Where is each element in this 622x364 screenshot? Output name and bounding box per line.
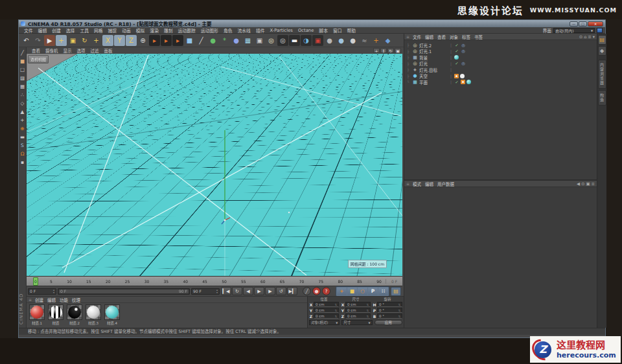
coord-size-dropdown[interactable]: 尺寸▼ [341, 320, 372, 325]
object-manager-menu-item[interactable]: 文件 [411, 34, 423, 40]
object-name[interactable]: 灯光 [419, 60, 448, 67]
toolbar-icon[interactable]: ↶ [21, 35, 32, 46]
menu-item[interactable]: 插件 [253, 27, 268, 34]
visibility-dots-icon[interactable]: ⋮ [449, 55, 453, 60]
menu-item[interactable]: X-Particles [267, 28, 295, 33]
menu-item[interactable]: 选择 [63, 27, 78, 34]
toolbar-icon[interactable]: ▦ [242, 35, 253, 46]
scale-x-field[interactable]: 0 cm⇅ [345, 302, 371, 307]
toolbar-icon[interactable]: ● [231, 35, 242, 46]
toolbar-icon[interactable]: ▣ [312, 35, 323, 46]
visibility-dots-icon[interactable]: ⋮ [449, 67, 453, 72]
menu-item[interactable]: 运动跟踪 [176, 27, 198, 34]
keyframe-toggle[interactable]: P [368, 288, 378, 295]
transport-button[interactable]: ◀ [243, 287, 253, 295]
viewport[interactable]: 透视视图 网格间距 : 100 cm [27, 54, 402, 276]
toolbar-icon[interactable]: ▣ [67, 35, 78, 46]
object-manager-tool-icon[interactable]: ⌂ [584, 34, 586, 40]
toolbar-icon[interactable]: ▬ [289, 35, 300, 46]
object-row[interactable]: ├ 灯光.目标 ⋮ [407, 67, 597, 73]
apply-button[interactable]: 应用 [374, 320, 402, 325]
menu-item[interactable]: 网格 [91, 27, 106, 34]
rotation-p-field[interactable]: 0 °⇅ [377, 308, 402, 313]
compositing-tag-icon[interactable] [461, 80, 465, 84]
toolbar-icon[interactable]: ⊕ [137, 35, 148, 46]
object-row[interactable]: └ 平面 ⋮ [407, 79, 597, 85]
object-manager-tool-icon[interactable]: ≡ [588, 34, 591, 40]
object-name[interactable]: 天空 [419, 73, 448, 79]
left-tool-icon[interactable]: ⊕ [19, 124, 26, 132]
toolbar-icon[interactable]: + [371, 35, 382, 46]
rotation-b-field[interactable]: 0 °⇅ [377, 313, 402, 319]
toolbar-icon[interactable]: + [56, 35, 67, 46]
keyframe-toggle[interactable]: ∷ [378, 288, 388, 295]
viewport-nav-icon[interactable]: ▣ [395, 48, 401, 53]
toolbar-icon[interactable]: ● [324, 35, 335, 46]
visibility-dots-icon[interactable]: ⋮ [449, 49, 453, 54]
toolbar-icon[interactable]: + [91, 35, 102, 46]
object-name[interactable]: 灯光.目标 [419, 67, 448, 73]
viewport-nav-icon[interactable]: ↕ [380, 48, 387, 53]
toolbar-icon[interactable]: ≈ [359, 35, 370, 46]
enable-check-icon[interactable] [454, 43, 459, 48]
dock-icon-tab[interactable]: ◆ [598, 46, 606, 56]
material-menu-item[interactable]: 功能 [58, 297, 70, 303]
coord-object-dropdown[interactable]: 对象(相对)▼ [309, 320, 340, 325]
menu-item[interactable]: Octane [295, 28, 316, 33]
toolbar-icon[interactable]: ● [336, 35, 347, 46]
material-swatch[interactable]: 材质 [47, 304, 64, 326]
toolbar-icon[interactable]: Y [114, 35, 125, 46]
toolbar-icon[interactable]: ● [207, 35, 218, 46]
toolbar-icon[interactable]: ◑ [301, 35, 312, 46]
transport-button[interactable]: ↻ [232, 287, 242, 295]
target-tag-icon[interactable] [461, 61, 466, 66]
record-button[interactable]: ? [322, 287, 330, 295]
toolbar-icon[interactable]: ◆ [382, 35, 393, 46]
left-tool-icon[interactable]: ▨ [19, 74, 26, 82]
menu-item[interactable]: 运动图形 [198, 27, 221, 34]
toolbar-icon[interactable]: ╱ [196, 35, 207, 46]
keyframe-toggle[interactable]: + [337, 288, 347, 295]
left-tool-icon[interactable]: ◇ [19, 99, 26, 107]
material-preview-sphere[interactable] [104, 304, 120, 320]
toolbar-icon[interactable]: Z [126, 35, 137, 46]
toolbar-icon[interactable]: ◎ [266, 35, 277, 46]
menu-item[interactable]: 动画 [119, 27, 133, 34]
toolbar-icon[interactable]: ● [347, 35, 358, 46]
attribute-manager-menu-item[interactable]: 编辑 [423, 181, 435, 187]
menu-item[interactable]: 窗口 [330, 27, 345, 34]
left-tool-icon[interactable]: ▦ [19, 82, 26, 90]
dock-text-tab[interactable]: 内容浏览器 [598, 60, 606, 89]
record-button[interactable]: ╱ [303, 287, 311, 295]
object-name[interactable]: 灯光.2 [419, 42, 448, 49]
panel-grip-icon[interactable]: ≡ [406, 34, 409, 39]
menu-item[interactable]: 渲染 [147, 27, 161, 34]
toolbar-icon[interactable]: ▣ [254, 35, 265, 46]
material-swatch[interactable]: 材质.2 [66, 304, 83, 326]
menu-item[interactable]: 捕捉 [106, 27, 120, 34]
stepper-arrows-icon[interactable]: ▴▾ [216, 289, 218, 294]
view-label[interactable]: 透视视图 [28, 55, 49, 63]
visibility-dots-icon[interactable]: ⋮ [449, 74, 453, 78]
target-tag-icon[interactable] [461, 49, 466, 54]
visibility-dots-icon[interactable]: ⋮ [449, 80, 453, 84]
toolbar-icon[interactable]: ■ [184, 35, 195, 46]
compositing-tag-icon[interactable] [454, 74, 459, 78]
visibility-dots-icon[interactable]: ⋮ [449, 43, 453, 47]
object-manager-menu-item[interactable]: 标签 [460, 34, 472, 40]
keyframe-toggle[interactable]: ○ [358, 288, 367, 295]
dock-text-tab[interactable]: 构造 [598, 90, 606, 106]
viewport-nav-icon[interactable]: ↻ [387, 48, 394, 53]
record-button[interactable]: ● [312, 287, 321, 295]
enable-check-icon[interactable] [454, 80, 459, 85]
frame-range-slider[interactable]: 0 F 90 F [58, 288, 190, 295]
material-preview-sphere[interactable] [67, 304, 82, 320]
timeline-ruler[interactable]: 051015202530354045505560657075808590 0 0… [27, 276, 402, 286]
attribute-manager-tool-icon[interactable]: ≡ [592, 181, 595, 187]
panel-grip-icon[interactable]: ≡ [406, 181, 409, 186]
menu-item[interactable]: 帮助 [345, 27, 359, 34]
material-menu-item[interactable]: 创建 [33, 297, 45, 303]
extra-tag-icon[interactable] [460, 74, 465, 78]
toolbar-icon[interactable]: ↷ [32, 35, 43, 46]
origin-point[interactable] [224, 220, 226, 222]
